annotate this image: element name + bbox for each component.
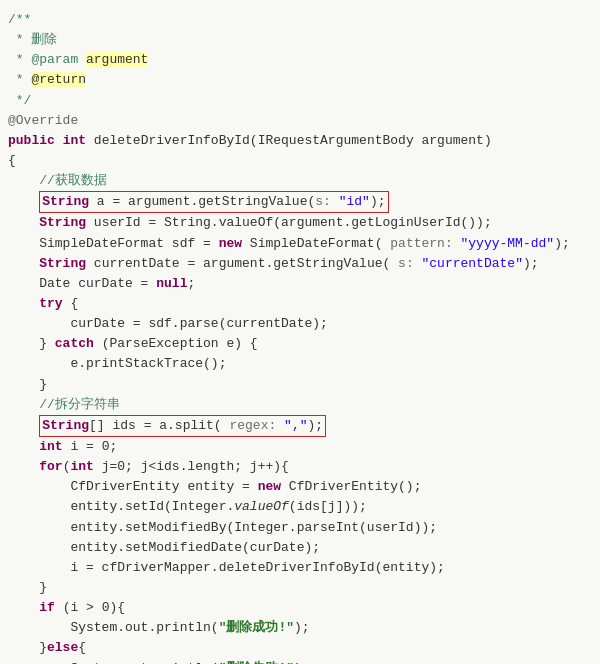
line-content: i = cfDriverMapper.deleteDriverInfoById(… xyxy=(8,558,445,578)
line-6: @Override xyxy=(8,111,588,131)
line-content: } xyxy=(8,375,47,395)
line-32: }else{ xyxy=(8,638,588,658)
line-content: e.printStackTrace(); xyxy=(8,354,226,374)
line-content: String[] ids = a.split( regex: ","); xyxy=(8,415,326,437)
line-19: } xyxy=(8,375,588,395)
line-2: * 删除 xyxy=(8,30,588,50)
line-content: int i = 0; xyxy=(8,437,117,457)
line-content: //获取数据 xyxy=(8,171,107,191)
line-27: entity.setModifiedDate(curDate); xyxy=(8,538,588,558)
line-content: */ xyxy=(8,91,31,111)
line-content: /** xyxy=(8,10,31,30)
line-content: //拆分字符串 xyxy=(8,395,120,415)
line-content: { xyxy=(8,151,16,171)
line-content: if (i > 0){ xyxy=(8,598,125,618)
line-content: String a = argument.getStringValue(s: "i… xyxy=(8,191,389,213)
line-30: if (i > 0){ xyxy=(8,598,588,618)
line-content: for(int j=0; j<ids.length; j++){ xyxy=(8,457,289,477)
line-content: System.out.println("删除失败!"); xyxy=(8,659,310,665)
line-content: } catch (ParseException e) { xyxy=(8,334,258,354)
line-content: String currentDate = argument.getStringV… xyxy=(8,254,539,274)
line-33: System.out.println("删除失败!"); xyxy=(8,659,588,665)
line-content: entity.setModifiedBy(Integer.parseInt(us… xyxy=(8,518,437,538)
line-17: } catch (ParseException e) { xyxy=(8,334,588,354)
line-10: String a = argument.getStringValue(s: "i… xyxy=(8,191,588,213)
line-content: }else{ xyxy=(8,638,86,658)
line-29: } xyxy=(8,578,588,598)
line-3: * @param argument xyxy=(8,50,588,70)
line-12: SimpleDateFormat sdf = new SimpleDateFor… xyxy=(8,234,588,254)
line-25: entity.setId(Integer.valueOf(ids[j])); xyxy=(8,497,588,517)
line-18: e.printStackTrace(); xyxy=(8,354,588,374)
line-content: public int deleteDriverInfoById(IRequest… xyxy=(8,131,492,151)
line-20: //拆分字符串 xyxy=(8,395,588,415)
line-content: @Override xyxy=(8,111,78,131)
line-content: * @return xyxy=(8,70,86,90)
line-11: String userId = String.valueOf(argument.… xyxy=(8,213,588,233)
line-28: i = cfDriverMapper.deleteDriverInfoById(… xyxy=(8,558,588,578)
code-editor: /** * 删除 * @param argument * @return */ … xyxy=(0,0,600,664)
line-22: int i = 0; xyxy=(8,437,588,457)
line-content: } xyxy=(8,578,47,598)
line-9: //获取数据 xyxy=(8,171,588,191)
line-8: { xyxy=(8,151,588,171)
line-content: entity.setModifiedDate(curDate); xyxy=(8,538,320,558)
line-24: CfDriverEntity entity = new CfDriverEnti… xyxy=(8,477,588,497)
line-31: System.out.println("删除成功!"); xyxy=(8,618,588,638)
line-16: curDate = sdf.parse(currentDate); xyxy=(8,314,588,334)
line-5: */ xyxy=(8,91,588,111)
line-content: SimpleDateFormat sdf = new SimpleDateFor… xyxy=(8,234,570,254)
line-content: CfDriverEntity entity = new CfDriverEnti… xyxy=(8,477,421,497)
line-content: Date curDate = null; xyxy=(8,274,195,294)
line-content: * @param argument xyxy=(8,50,148,70)
line-content: * 删除 xyxy=(8,30,57,50)
line-15: try { xyxy=(8,294,588,314)
line-content: String userId = String.valueOf(argument.… xyxy=(8,213,492,233)
line-content: curDate = sdf.parse(currentDate); xyxy=(8,314,328,334)
line-4: * @return xyxy=(8,70,588,90)
line-content: try { xyxy=(8,294,78,314)
line-21: String[] ids = a.split( regex: ","); xyxy=(8,415,588,437)
line-23: for(int j=0; j<ids.length; j++){ xyxy=(8,457,588,477)
line-14: Date curDate = null; xyxy=(8,274,588,294)
line-26: entity.setModifiedBy(Integer.parseInt(us… xyxy=(8,518,588,538)
line-content: System.out.println("删除成功!"); xyxy=(8,618,310,638)
line-13: String currentDate = argument.getStringV… xyxy=(8,254,588,274)
line-content: entity.setId(Integer.valueOf(ids[j])); xyxy=(8,497,367,517)
line-7: public int deleteDriverInfoById(IRequest… xyxy=(8,131,588,151)
line-1: /** xyxy=(8,10,588,30)
